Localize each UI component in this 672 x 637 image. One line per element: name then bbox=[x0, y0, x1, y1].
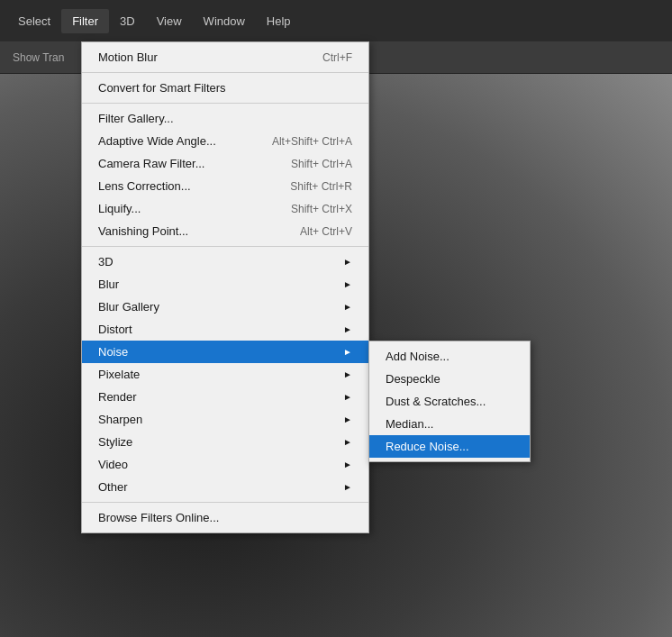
menu-item-motion-blur[interactable]: Motion Blur Ctrl+F bbox=[82, 46, 368, 68]
video-label: Video bbox=[98, 458, 128, 471]
vanishing-point-label: Vanishing Point... bbox=[98, 224, 188, 238]
menu-item-add-noise[interactable]: Add Noise... bbox=[369, 345, 530, 368]
adaptive-wide-label: Adaptive Wide Angle... bbox=[98, 134, 216, 148]
despeckle-label: Despeckle bbox=[386, 372, 440, 386]
menubar-item-filter[interactable]: Filter bbox=[61, 9, 109, 33]
menubar-item-select[interactable]: Select bbox=[7, 9, 61, 33]
menu-item-blur-gallery[interactable]: Blur Gallery ► bbox=[82, 296, 368, 318]
menu-item-video[interactable]: Video ► bbox=[82, 453, 368, 476]
3d-label: 3D bbox=[98, 255, 114, 268]
filter-menu: Motion Blur Ctrl+F Convert for Smart Fil… bbox=[81, 41, 369, 533]
reduce-noise-label: Reduce Noise... bbox=[386, 440, 469, 453]
menu-item-other[interactable]: Other ► bbox=[82, 476, 368, 498]
liquify-shortcut: Shift+ Ctrl+X bbox=[291, 203, 352, 215]
dust-scratches-label: Dust & Scratches... bbox=[386, 395, 486, 408]
separator-3 bbox=[82, 246, 368, 247]
menu-item-filter-gallery[interactable]: Filter Gallery... bbox=[82, 107, 368, 130]
menu-item-sharpen[interactable]: Sharpen ► bbox=[82, 408, 368, 431]
separator-4 bbox=[82, 502, 368, 503]
other-arrow-icon: ► bbox=[343, 482, 352, 492]
blur-label: Blur bbox=[98, 278, 119, 291]
menubar-item-3d[interactable]: 3D bbox=[109, 9, 146, 33]
convert-smart-label: Convert for Smart Filters bbox=[98, 81, 226, 95]
pixelate-label: Pixelate bbox=[98, 368, 140, 381]
median-label: Median... bbox=[386, 417, 433, 431]
blur-arrow-icon: ► bbox=[343, 279, 352, 289]
menu-item-adaptive-wide[interactable]: Adaptive Wide Angle... Alt+Shift+ Ctrl+A bbox=[82, 130, 368, 152]
menu-item-3d[interactable]: 3D ► bbox=[82, 250, 368, 273]
menu-item-convert-smart[interactable]: Convert for Smart Filters bbox=[82, 77, 368, 99]
noise-arrow-icon: ► bbox=[343, 347, 352, 357]
blur-gallery-label: Blur Gallery bbox=[98, 300, 159, 314]
3d-arrow-icon: ► bbox=[343, 257, 352, 267]
noise-submenu: Add Noise... Despeckle Dust & Scratches.… bbox=[368, 341, 531, 462]
lens-correction-shortcut: Shift+ Ctrl+R bbox=[290, 180, 352, 193]
menu-item-lens-correction[interactable]: Lens Correction... Shift+ Ctrl+R bbox=[82, 175, 368, 197]
lens-correction-label: Lens Correction... bbox=[98, 179, 191, 193]
filter-gallery-label: Filter Gallery... bbox=[98, 112, 174, 125]
motion-blur-shortcut: Ctrl+F bbox=[322, 51, 352, 64]
stylize-arrow-icon: ► bbox=[343, 437, 352, 447]
menu-item-browse-filters[interactable]: Browse Filters Online... bbox=[82, 506, 368, 529]
menubar-item-help[interactable]: Help bbox=[256, 9, 302, 33]
distort-arrow-icon: ► bbox=[343, 324, 352, 334]
video-arrow-icon: ► bbox=[343, 460, 352, 469]
menu-item-camera-raw[interactable]: Camera Raw Filter... Shift+ Ctrl+A bbox=[82, 152, 368, 175]
show-transform-label: Show Tran bbox=[7, 51, 69, 64]
camera-raw-shortcut: Shift+ Ctrl+A bbox=[291, 158, 352, 170]
browse-filters-label: Browse Filters Online... bbox=[98, 511, 219, 524]
menu-item-reduce-noise[interactable]: Reduce Noise... bbox=[369, 435, 530, 458]
menubar-item-view[interactable]: View bbox=[146, 9, 193, 33]
adaptive-wide-shortcut: Alt+Shift+ Ctrl+A bbox=[272, 135, 352, 148]
menu-item-dust-scratches[interactable]: Dust & Scratches... bbox=[369, 390, 530, 413]
menu-item-render[interactable]: Render ► bbox=[82, 386, 368, 408]
separator-1 bbox=[82, 72, 368, 73]
add-noise-label: Add Noise... bbox=[386, 350, 450, 363]
filter-dropdown: Motion Blur Ctrl+F Convert for Smart Fil… bbox=[81, 41, 369, 533]
noise-label: Noise bbox=[98, 345, 128, 359]
vanishing-point-shortcut: Alt+ Ctrl+V bbox=[300, 225, 352, 238]
separator-2 bbox=[82, 103, 368, 104]
menu-item-vanishing-point[interactable]: Vanishing Point... Alt+ Ctrl+V bbox=[82, 220, 368, 242]
menu-item-distort[interactable]: Distort ► bbox=[82, 318, 368, 341]
menu-item-despeckle[interactable]: Despeckle bbox=[369, 368, 530, 390]
menu-item-noise[interactable]: Noise ► Add Noise... Despeckle Dust & Sc… bbox=[82, 341, 368, 363]
camera-raw-label: Camera Raw Filter... bbox=[98, 157, 204, 170]
other-label: Other bbox=[98, 480, 128, 494]
blur-gallery-arrow-icon: ► bbox=[343, 302, 352, 312]
motion-blur-label: Motion Blur bbox=[98, 50, 158, 64]
sharpen-label: Sharpen bbox=[98, 413, 142, 426]
render-arrow-icon: ► bbox=[343, 392, 352, 402]
menubar: Select Filter 3D View Window Help bbox=[0, 0, 672, 41]
menu-item-blur[interactable]: Blur ► bbox=[82, 273, 368, 296]
stylize-label: Stylize bbox=[98, 435, 132, 449]
menu-item-liquify[interactable]: Liquify... Shift+ Ctrl+X bbox=[82, 197, 368, 220]
distort-label: Distort bbox=[98, 323, 132, 336]
render-label: Render bbox=[98, 390, 137, 404]
menu-item-stylize[interactable]: Stylize ► bbox=[82, 431, 368, 453]
menu-item-pixelate[interactable]: Pixelate ► bbox=[82, 363, 368, 386]
menubar-item-window[interactable]: Window bbox=[193, 9, 256, 33]
menu-item-median[interactable]: Median... bbox=[369, 413, 530, 435]
noise-submenu-container: Add Noise... Despeckle Dust & Scratches.… bbox=[368, 341, 531, 462]
pixelate-arrow-icon: ► bbox=[343, 369, 352, 379]
sharpen-arrow-icon: ► bbox=[343, 414, 352, 424]
liquify-label: Liquify... bbox=[98, 202, 141, 215]
